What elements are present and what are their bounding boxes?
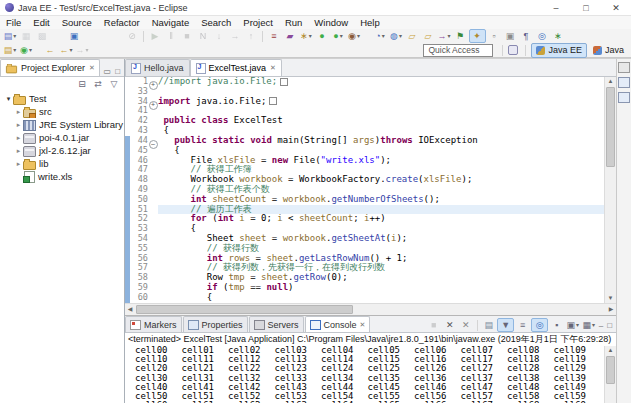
new-web-service-icon[interactable]: ◔▾ xyxy=(373,30,388,43)
menu-refactor[interactable]: Refactor xyxy=(98,16,146,29)
dropdown-arrow-icon[interactable]: ▾ xyxy=(447,30,450,42)
scroll-up-icon[interactable]: ▲ xyxy=(605,77,616,86)
menu-run[interactable]: Run xyxy=(279,16,308,29)
dropdown-arrow-icon[interactable]: ▾ xyxy=(13,30,16,42)
close-tab-icon[interactable]: ✕ xyxy=(270,64,276,72)
pin-console-icon[interactable]: ▪ xyxy=(549,319,564,332)
show-annotations-icon[interactable]: ▣ xyxy=(503,30,518,43)
scroll-lock-icon[interactable]: ▼ xyxy=(497,318,514,332)
editor-horizontal-scrollbar[interactable]: ◀ ▶ xyxy=(125,303,616,315)
tree-expand-icon[interactable]: ▸ xyxy=(14,134,23,142)
import-folder-icon[interactable]: ▱ xyxy=(421,30,436,43)
console-vertical-scrollbar[interactable]: ▲ xyxy=(604,346,616,403)
fold-expand-icon[interactable]: + xyxy=(149,81,158,90)
maximize-window-button[interactable]: □ xyxy=(571,1,601,15)
open-web-browser-icon[interactable]: ◍▾ xyxy=(389,30,404,43)
scroll-right-icon[interactable]: ▶ xyxy=(606,304,616,315)
tree-expand-icon[interactable]: ▸ xyxy=(14,121,23,129)
folding-column[interactable]: ++– xyxy=(148,77,158,303)
open-task-icon[interactable]: ▱ xyxy=(405,30,420,43)
new-java-class-icon[interactable]: ◉▾ xyxy=(19,44,34,57)
external-tools-config-icon[interactable]: ∗▾ xyxy=(299,30,314,43)
menu-search[interactable]: Search xyxy=(195,16,237,29)
open-console-icon[interactable]: ▦▾ xyxy=(581,319,596,332)
close-icon[interactable]: ✕ xyxy=(89,64,95,72)
outline-view-icon[interactable] xyxy=(618,77,630,88)
dropdown-arrow-icon[interactable]: ▾ xyxy=(85,44,88,56)
clear-console-icon[interactable]: ▤ xyxy=(481,319,496,332)
show-on-output-icon[interactable]: ◎ xyxy=(531,318,548,332)
editor-tab-exceltest-java[interactable]: ExcelTest.java✕ xyxy=(190,59,282,76)
dropdown-arrow-icon[interactable]: ▾ xyxy=(13,44,16,56)
menu-edit[interactable]: Edit xyxy=(27,16,55,29)
dropdown-arrow-icon[interactable]: ▾ xyxy=(69,44,72,56)
minimize-window-button[interactable]: – xyxy=(541,1,571,15)
task-list-view-icon[interactable] xyxy=(618,92,630,103)
new-wizard-icon[interactable]: ▤▾ xyxy=(3,30,18,43)
last-edit-location-icon[interactable]: ← xyxy=(43,44,58,57)
open-perspective-icon[interactable] xyxy=(507,44,522,57)
word-wrap-icon[interactable]: ≡ xyxy=(515,319,530,332)
fold-collapse-icon[interactable]: – xyxy=(149,140,158,149)
open-type-hierarchy-icon[interactable]: ◎ xyxy=(535,30,550,43)
menu-file[interactable]: File xyxy=(0,16,27,29)
new-plugin-icon[interactable]: ∗ xyxy=(551,30,566,43)
console-tab-servers[interactable]: Servers xyxy=(249,316,304,332)
scroll-down-icon[interactable]: ▼ xyxy=(605,294,616,303)
external-tools-icon[interactable]: →▾ xyxy=(437,30,452,43)
display-selected-console-icon[interactable]: ▣▾ xyxy=(565,319,580,332)
folded-region-box[interactable] xyxy=(280,78,288,86)
tree-item-write-xls[interactable]: write.xls xyxy=(0,170,124,183)
dropdown-arrow-icon[interactable]: ▾ xyxy=(382,30,385,42)
editor-vertical-scrollbar[interactable]: ▲ ▼ xyxy=(604,77,616,303)
mark-occurrences-icon[interactable]: ▫ xyxy=(487,30,502,43)
quick-access-input[interactable]: Quick Access xyxy=(423,44,493,57)
profile-icon[interactable]: ▰ xyxy=(283,30,298,43)
editor-body[interactable]: 1333441424344454647484950515253545556575… xyxy=(125,77,616,303)
folded-region-box[interactable] xyxy=(269,97,277,105)
fold-expand-icon[interactable]: + xyxy=(149,101,158,110)
maximize-view-icon[interactable]: □ xyxy=(113,67,122,76)
coverage-icon[interactable]: ≡ xyxy=(267,30,282,43)
debug-history-icon[interactable]: ◉▾ xyxy=(347,30,362,43)
scroll-left-icon[interactable]: ◀ xyxy=(125,304,135,315)
remove-all-launches-icon[interactable]: ✕ xyxy=(458,319,473,332)
view-menu-icon[interactable]: ▽ xyxy=(107,77,122,90)
tree-item-test[interactable]: ▾Test xyxy=(0,92,124,105)
menu-window[interactable]: Window xyxy=(308,16,354,29)
link-with-editor-icon[interactable]: ⇄ xyxy=(91,77,106,90)
dropdown-arrow-icon[interactable]: ▾ xyxy=(309,30,312,42)
close-window-button[interactable]: ✕ xyxy=(601,1,631,15)
console-tab-console[interactable]: Console✕ xyxy=(305,316,371,332)
menu-help[interactable]: Help xyxy=(354,16,386,29)
editor-hscroll-thumb[interactable] xyxy=(136,305,353,314)
run-history-icon[interactable]: ●▾ xyxy=(331,30,346,43)
dropdown-arrow-icon[interactable]: ▾ xyxy=(576,319,579,331)
minimize-view-icon[interactable]: ▭ xyxy=(102,67,114,76)
remove-launch-icon[interactable]: ✕ xyxy=(442,319,457,332)
menu-navigate[interactable]: Navigate xyxy=(146,16,196,29)
code-text-area[interactable]: //import java.io.File;import java.io.Fil… xyxy=(158,77,604,303)
console-tab-markers[interactable]: Markers xyxy=(125,316,182,332)
tree-item-jxl-2-6-12-jar[interactable]: ▸jxl-2.6.12.jar xyxy=(0,144,124,157)
dropdown-arrow-icon[interactable]: ▾ xyxy=(357,30,360,42)
editor-vscroll-thumb[interactable] xyxy=(606,87,615,167)
dropdown-arrow-icon[interactable]: ▾ xyxy=(592,319,595,331)
scroll-up-icon[interactable]: ▲ xyxy=(605,346,616,355)
perspective-java-ee[interactable]: Java EE xyxy=(531,43,587,58)
back-icon[interactable]: ←▾ xyxy=(59,44,74,57)
tree-collapse-icon[interactable]: ▾ xyxy=(4,95,13,103)
tree-expand-icon[interactable]: ▸ xyxy=(14,108,23,116)
restore-view-icon[interactable] xyxy=(618,62,630,73)
console-vscroll-thumb[interactable] xyxy=(606,356,615,384)
tab-project-explorer[interactable]: Project Explorer ✕ xyxy=(0,59,100,76)
console-output[interactable]: cell00cell01cell02cell03cell04cell05cell… xyxy=(125,346,604,403)
console-tab-properties[interactable]: Properties xyxy=(183,316,248,332)
dropdown-arrow-icon[interactable]: ▾ xyxy=(29,44,32,56)
menu-source[interactable]: Source xyxy=(56,16,98,29)
minimize-console-icon[interactable]: – xyxy=(597,321,605,330)
search-icon[interactable]: ✦ xyxy=(469,29,486,43)
tree-item-lib[interactable]: ▸lib xyxy=(0,157,124,170)
show-whitespace-icon[interactable]: ¶ xyxy=(519,30,534,43)
perspective-java[interactable]: Java xyxy=(589,44,628,57)
